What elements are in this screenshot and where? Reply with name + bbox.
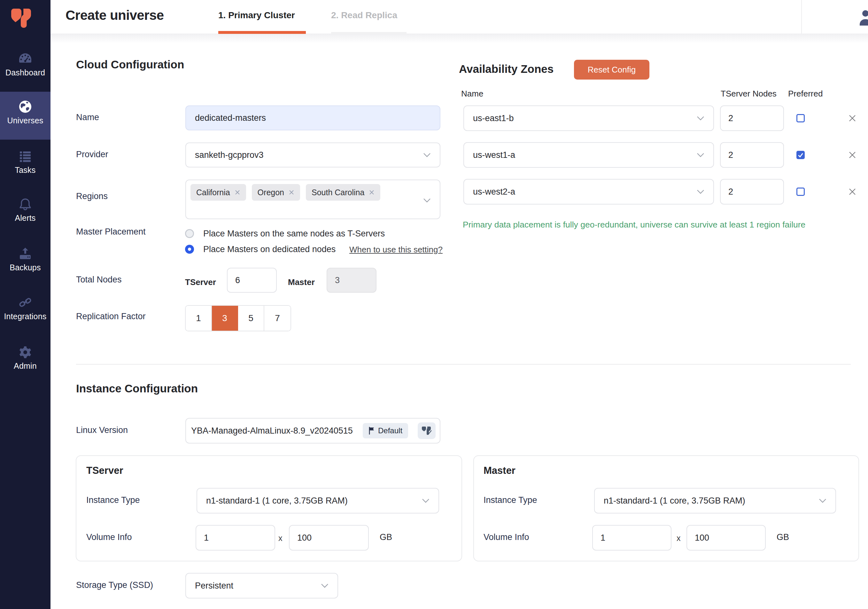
tserver-instance-type-select[interactable]: n1-standard-1 (1 core, 3.75GB RAM) xyxy=(197,488,439,513)
rf-option-3[interactable]: 3 xyxy=(212,306,238,331)
preferred-checkbox[interactable] xyxy=(797,151,805,159)
sidebar: Dashboard Universes Tasks Alerts xyxy=(0,0,51,609)
tserver-total-nodes-input[interactable]: 6 xyxy=(227,268,277,293)
rf-option-1[interactable]: 1 xyxy=(186,306,212,331)
regions-multiselect[interactable]: California Oregon South Carolina xyxy=(185,180,440,219)
region-chip-label: South Carolina xyxy=(312,188,364,197)
radio-dedicated-nodes[interactable] xyxy=(185,245,194,254)
close-icon xyxy=(848,151,857,159)
radio-same-nodes[interactable] xyxy=(185,229,194,238)
tab-label: 2. Read Replica xyxy=(331,10,397,20)
sidebar-item-tasks[interactable]: Tasks xyxy=(0,141,51,189)
header-divider xyxy=(801,0,802,34)
sidebar-item-backups[interactable]: Backups xyxy=(0,239,51,287)
universe-name-input[interactable]: dedicated-masters xyxy=(185,105,440,130)
name-label: Name xyxy=(76,113,99,122)
backup-upload-icon xyxy=(18,246,33,261)
user-profile-icon[interactable] xyxy=(856,8,868,27)
regions-label: Regions xyxy=(76,191,108,201)
when-to-use-link[interactable]: When to use this setting? xyxy=(349,245,443,255)
tab-primary-cluster[interactable]: 1. Primary Cluster xyxy=(218,0,306,34)
reset-config-button[interactable]: Reset Config xyxy=(574,60,649,79)
region-chip-label: California xyxy=(196,188,230,197)
sidebar-item-label: Tasks xyxy=(0,166,51,175)
az-nodes-input[interactable]: 2 xyxy=(720,105,784,131)
master-volume-size-value: 100 xyxy=(695,533,709,543)
volume-multiplier: x xyxy=(677,534,681,543)
az-nodes-value: 2 xyxy=(728,150,733,160)
chevron-down-icon xyxy=(423,198,431,203)
storage-type-label: Storage Type (SSD) xyxy=(76,580,153,590)
radio-same-nodes-label: Place Masters on the same nodes as T-Ser… xyxy=(203,229,385,239)
sidebar-item-dashboard[interactable]: Dashboard xyxy=(0,44,51,92)
header-shadow xyxy=(51,34,868,43)
sidebar-item-label: Universes xyxy=(0,116,51,125)
geo-redundancy-status: Primary data placement is fully geo-redu… xyxy=(463,220,805,230)
tab-label: 1. Primary Cluster xyxy=(218,10,295,20)
az-nodes-value: 2 xyxy=(728,187,733,197)
sidebar-item-universes[interactable]: Universes xyxy=(0,92,51,139)
gear-icon xyxy=(18,345,33,360)
az-zone-value: us-east1-b xyxy=(473,113,514,123)
provider-label: Provider xyxy=(76,150,108,160)
region-chips: California Oregon South Carolina xyxy=(191,184,380,201)
linux-version-value: YBA-Managed-AlmaLinux-8.9_v20240515 xyxy=(191,426,353,436)
tserver-volume-count-input[interactable]: 1 xyxy=(195,525,275,550)
provider-value: sanketh-gcpprov3 xyxy=(195,150,264,160)
sidebar-item-admin[interactable]: Admin xyxy=(0,337,51,385)
rf-option-7[interactable]: 7 xyxy=(264,306,290,331)
master-volume-count-input[interactable]: 1 xyxy=(592,525,671,550)
chevron-down-icon xyxy=(321,583,329,588)
az-nodes-input[interactable]: 2 xyxy=(720,142,784,168)
remove-region-icon[interactable] xyxy=(234,189,240,195)
sidebar-item-label: Admin xyxy=(0,361,51,370)
section-divider xyxy=(76,364,851,364)
remove-zone-button[interactable] xyxy=(848,150,857,160)
tserver-volume-size-input[interactable]: 100 xyxy=(289,525,369,550)
storage-type-select[interactable]: Persistent xyxy=(185,573,338,598)
volume-multiplier: x xyxy=(278,534,282,543)
integrations-plug-icon xyxy=(18,295,33,310)
remove-zone-button[interactable] xyxy=(848,187,857,197)
master-volume-info-label: Volume Info xyxy=(484,532,529,542)
tserver-nodes-label: TServer xyxy=(185,277,216,287)
master-total-nodes-input: 3 xyxy=(327,268,377,293)
sidebar-item-integrations[interactable]: Integrations xyxy=(0,288,51,335)
tab-read-replica[interactable]: 2. Read Replica xyxy=(331,0,406,34)
az-nodes-input[interactable]: 2 xyxy=(720,179,784,205)
rf-option-5[interactable]: 5 xyxy=(238,306,264,331)
sidebar-item-label: Dashboard xyxy=(0,68,51,77)
yb-version-check-button[interactable] xyxy=(418,422,436,439)
remove-zone-button[interactable] xyxy=(848,113,857,123)
tserver-card-heading: TServer xyxy=(86,465,123,476)
az-col-tserver-nodes: TServer Nodes xyxy=(721,89,777,99)
chevron-down-icon xyxy=(697,116,704,121)
close-icon xyxy=(848,188,857,196)
az-col-preferred: Preferred xyxy=(788,89,823,99)
chevron-down-icon xyxy=(697,189,704,194)
yugabyte-logo-icon xyxy=(11,8,32,28)
remove-region-icon[interactable] xyxy=(369,189,375,195)
preferred-checkbox[interactable] xyxy=(797,188,805,196)
az-zone-select[interactable]: us-west1-a xyxy=(463,142,714,168)
az-zone-select[interactable]: us-east1-b xyxy=(463,105,714,131)
remove-region-icon[interactable] xyxy=(288,189,294,195)
region-chip: California xyxy=(191,184,246,201)
sidebar-item-label: Backups xyxy=(0,263,51,272)
header: Create universe 1. Primary Cluster 2. Re… xyxy=(51,0,868,34)
task-list-icon xyxy=(18,149,33,164)
tserver-total-nodes-value: 6 xyxy=(235,276,240,285)
master-card-heading: Master xyxy=(484,465,516,476)
availability-zones-heading: Availability Zones xyxy=(459,63,553,75)
tserver-instance-type-label: Instance Type xyxy=(86,495,140,505)
universe-name-value: dedicated-masters xyxy=(195,113,266,123)
tserver-volume-count-value: 1 xyxy=(204,533,209,543)
sidebar-item-alerts[interactable]: Alerts xyxy=(0,189,51,237)
provider-select[interactable]: sanketh-gcpprov3 xyxy=(185,143,440,167)
master-volume-size-input[interactable]: 100 xyxy=(687,525,766,550)
az-zone-select[interactable]: us-west2-a xyxy=(463,179,714,205)
preferred-checkbox[interactable] xyxy=(797,114,805,122)
tserver-volume-info-label: Volume Info xyxy=(86,532,132,542)
master-instance-type-select[interactable]: n1-standard-1 (1 core, 3.75GB RAM) xyxy=(594,488,836,513)
instance-configuration-heading: Instance Configuration xyxy=(76,382,198,395)
